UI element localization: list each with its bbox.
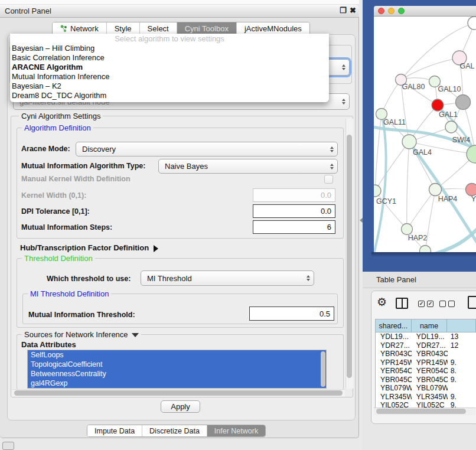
- tab-label: Cyni Toolbox: [185, 24, 229, 33]
- network-node[interactable]: [374, 185, 381, 197]
- network-node-label: GAL: [459, 62, 474, 70]
- tab-network[interactable]: Network: [53, 22, 107, 35]
- network-window-titlebar[interactable]: [374, 6, 476, 17]
- control-panel-titlebar: [0, 5, 359, 18]
- table-cell: 8.: [448, 367, 476, 376]
- docked-panel-icon[interactable]: [2, 442, 14, 450]
- algorithm-definition-title: Algorithm Definition: [22, 123, 93, 132]
- tab-cyni-toolbox[interactable]: Cyni Toolbox: [177, 22, 237, 35]
- which-threshold-value: MI Threshold: [147, 274, 192, 283]
- settings-horizontal-scrollbar-thumb[interactable]: [14, 390, 343, 396]
- data-attributes-list[interactable]: SelfLoopsTopologicalCoefficientBetweenne…: [27, 350, 327, 389]
- tab-style[interactable]: Style: [107, 22, 140, 35]
- table-settings-gear-icon[interactable]: ⚙: [377, 295, 387, 309]
- table-row[interactable]: YDR27...YDR27...12: [376, 341, 476, 350]
- deselect-all-rows-icon[interactable]: [439, 301, 455, 307]
- algorithm-option[interactable]: Bayesian – K2: [10, 81, 329, 91]
- network-node[interactable]: [468, 17, 476, 30]
- table-cell: YIL052C: [412, 401, 448, 407]
- table-row[interactable]: YLR345WYLR345W9.: [376, 393, 476, 402]
- kernel-width-field[interactable]: 0.0: [253, 188, 335, 202]
- network-node-label: HAP4: [438, 195, 458, 203]
- algorithm-option[interactable]: Bayesian – Hill Climbing: [10, 44, 329, 53]
- tab-jactivemnodules[interactable]: jActiveMNodules: [237, 22, 309, 35]
- table-cell: 9.: [448, 401, 476, 407]
- network-edge: [375, 142, 409, 191]
- tab-select[interactable]: Select: [140, 22, 177, 35]
- attribute-item[interactable]: BetweennessCentrality: [28, 369, 326, 379]
- sources-toggle[interactable]: Sources for Network Inference: [22, 330, 141, 339]
- tab-discretize-data[interactable]: Discretize Data: [142, 425, 207, 436]
- network-view-canvas[interactable]: GALGAL80GAL10GAL1GAL11SWI4GAL4GCY1HAP4YH…: [374, 17, 476, 252]
- dpi-tolerance-field[interactable]: 0.0: [253, 204, 335, 218]
- algorithm-option[interactable]: Dream8 DC_TDC Algorithm: [10, 91, 329, 100]
- table-cell: 13: [448, 332, 476, 341]
- table-cell: YDL19...: [376, 332, 412, 341]
- table-cell: YPR145W: [412, 358, 448, 367]
- network-node-label: Y: [471, 195, 476, 203]
- aracne-mode-select[interactable]: Discovery: [76, 142, 338, 156]
- network-node[interactable]: [420, 246, 431, 253]
- table-row[interactable]: YBR043CYBR043C: [376, 350, 476, 358]
- network-node[interactable]: [466, 184, 476, 196]
- combo-stepper-icon: [303, 275, 314, 281]
- attribute-item[interactable]: TopologicalCoefficient: [28, 360, 326, 369]
- column-header[interactable]: name: [412, 319, 448, 332]
- table-row[interactable]: YBR045CYBR045C9.: [376, 376, 476, 384]
- table-cell: YBR043C: [376, 350, 412, 358]
- column-header[interactable]: [447, 319, 476, 332]
- network-node[interactable]: [429, 184, 442, 196]
- table-row[interactable]: YBL079WYBL079W: [376, 384, 476, 393]
- manual-kernel-checkbox[interactable]: [324, 175, 333, 184]
- table-cell: 12: [448, 341, 476, 350]
- zoom-traffic-light-icon[interactable]: [398, 8, 405, 14]
- network-node[interactable]: [456, 95, 471, 110]
- attribute-item[interactable]: gal4RGexp: [28, 379, 326, 388]
- close-traffic-light-icon[interactable]: [378, 8, 384, 14]
- export-table-icon[interactable]: [468, 296, 476, 309]
- mi-type-select[interactable]: Naive Bayes: [158, 159, 338, 174]
- collapsed-caret-icon: [154, 245, 158, 252]
- tab-impute-data[interactable]: Impute Data: [87, 425, 142, 436]
- network-node-label: GAL11: [383, 118, 406, 126]
- combo-stepper-icon: [338, 99, 349, 105]
- apply-button[interactable]: Apply: [161, 400, 200, 413]
- select-all-rows-icon[interactable]: ✓✓: [418, 301, 433, 307]
- manual-kernel-label: Manual Kernel Width Definition: [21, 175, 131, 183]
- table-row[interactable]: YIL052CYIL052C9.: [376, 401, 476, 407]
- algorithm-option[interactable]: Basic Correlation Inference: [10, 53, 329, 63]
- network-node-label: GCY1: [376, 197, 396, 206]
- network-node[interactable]: [445, 121, 457, 133]
- combo-stepper-icon: [338, 64, 349, 70]
- settings-vertical-scrollbar-thumb[interactable]: [347, 135, 352, 378]
- network-edge: [407, 142, 409, 229]
- mi-steps-label: Mutual Information Steps:: [21, 223, 112, 231]
- table-cell: [448, 384, 476, 393]
- table-horizontal-scrollbar-thumb[interactable]: [376, 409, 466, 414]
- mi-threshold-field[interactable]: 0.5: [249, 306, 334, 321]
- attribute-item[interactable]: SelfLoops: [28, 350, 326, 360]
- network-node[interactable]: [432, 99, 444, 111]
- float-window-icon[interactable]: ❐: [340, 6, 347, 15]
- which-threshold-select[interactable]: MI Threshold: [141, 270, 314, 286]
- app-root: Control Panel ❐ ✖ NetworkStyleSelectCyni…: [0, 0, 476, 450]
- network-node[interactable]: [402, 224, 413, 235]
- hub-definition-toggle[interactable]: Hub/Transcription Factor Definition: [20, 243, 158, 252]
- network-node[interactable]: [402, 135, 416, 149]
- column-chooser-icon[interactable]: [396, 298, 408, 309]
- algorithm-option[interactable]: Mutual Information Inference: [10, 72, 329, 81]
- column-header[interactable]: shared...: [376, 319, 412, 332]
- network-node-label: SWI4: [452, 136, 471, 144]
- minimize-traffic-light-icon[interactable]: [388, 8, 395, 14]
- attributes-list-scrollbar[interactable]: [321, 351, 325, 387]
- table-row[interactable]: YDL19...YDL19...13: [376, 332, 476, 341]
- tab-label: Impute Data: [94, 427, 135, 435]
- table-row[interactable]: YER054CYER054C8.: [376, 367, 476, 376]
- mi-steps-field[interactable]: 6: [253, 220, 335, 234]
- network-node-label: GAL1: [439, 110, 458, 119]
- algorithm-option[interactable]: ARACNE Algorithm: [10, 63, 329, 72]
- close-window-icon[interactable]: ✖: [350, 6, 356, 15]
- network-node[interactable]: [467, 145, 476, 163]
- tab-infer-network[interactable]: Infer Network: [207, 425, 265, 436]
- table-row[interactable]: YPR145WYPR145W9.: [376, 358, 476, 367]
